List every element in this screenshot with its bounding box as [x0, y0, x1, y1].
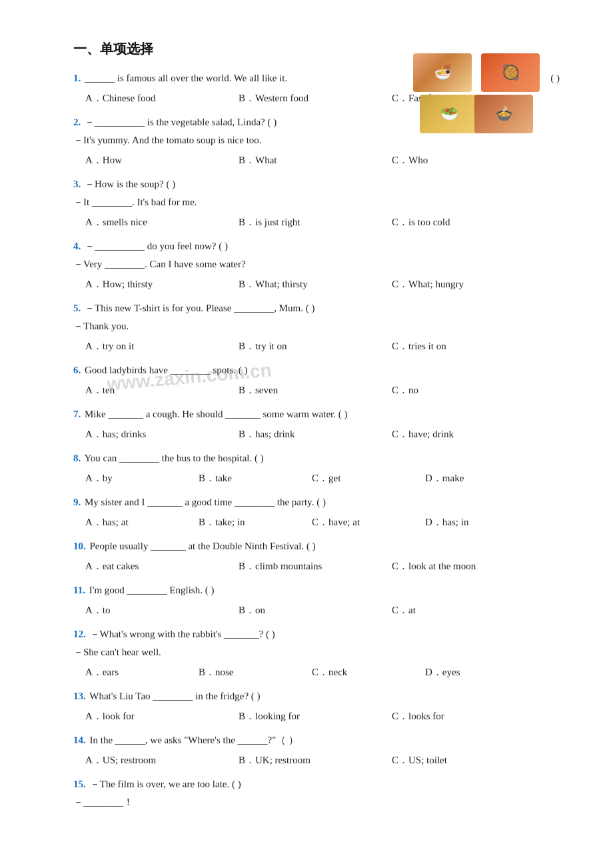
options-row: A．US; restroomB．UK; restroomC．US; toilet: [73, 751, 560, 770]
question-number: 4.: [73, 241, 81, 251]
question-line: 5. －This new T-shirt is for you. Please …: [73, 300, 560, 317]
options-row: A．tenB．sevenC．no: [73, 381, 560, 400]
dialogue-line: －Very ________. Can I have some water?: [73, 255, 560, 273]
option-A: A．US; restroom: [85, 751, 232, 770]
food-image-2: 🥘: [481, 53, 540, 92]
question-15: 15. －The film is over, we are too late. …: [73, 776, 560, 811]
option-A: A．eat cakes: [85, 557, 232, 576]
option-B: B．on: [239, 601, 385, 620]
question-9: 9. My sister and I _______ a good time _…: [73, 494, 560, 531]
option-C: C．neck: [312, 663, 418, 682]
question-4: 4. －__________ do you feel now? ( )－Very…: [73, 238, 560, 293]
question-line: 15. －The film is over, we are too late. …: [73, 776, 560, 793]
option-A: A．How: [85, 151, 232, 170]
option-B: B．is just right: [239, 213, 385, 232]
food-collage: 🍜 🥘 🥗 🍲: [413, 53, 540, 133]
option-A: A．by: [85, 469, 192, 488]
option-C: C．at: [392, 601, 538, 620]
option-B: B．nose: [199, 663, 305, 682]
question-number: 12.: [73, 629, 86, 639]
question-line: 10. People usually _______ at the Double…: [73, 538, 560, 555]
option-A: A．try on it: [85, 337, 232, 356]
option-D: D．make: [425, 469, 532, 488]
question-line: 8. You can ________ the bus to the hospi…: [73, 450, 560, 467]
dialogue-line: －________！: [73, 793, 560, 811]
option-C: C．have; drink: [392, 425, 538, 444]
question-text: 4. －__________ do you feel now? ( ): [73, 238, 560, 255]
option-B: B．take: [199, 469, 305, 488]
option-C: C．get: [312, 469, 418, 488]
question-12: 12. －What's wrong with the rabbit's ____…: [73, 626, 560, 681]
question-line: 4. －__________ do you feel now? ( ): [73, 238, 560, 255]
question-line: 11. I'm good ________ English. ( ): [73, 582, 560, 599]
option-C: C．tries it on: [392, 337, 538, 356]
option-C: C．US; toilet: [392, 751, 538, 770]
options-row: A．try on itB．try it onC．tries it on: [73, 337, 560, 356]
options-row: A．look forB．looking forC．looks for: [73, 707, 560, 726]
dialogue-line: －It ________. It's bad for me.: [73, 193, 560, 211]
question-number: 14.: [73, 735, 86, 745]
dialogue-line: －Thank you.: [73, 317, 560, 335]
options-row: A．HowB．WhatC．Who: [73, 151, 560, 170]
question-number: 5.: [73, 303, 81, 313]
question-text: 8. You can ________ the bus to the hospi…: [73, 450, 560, 467]
option-A: A．ears: [85, 663, 192, 682]
options-row: A．toB．onC．at: [73, 601, 560, 620]
option-C: C．no: [392, 381, 538, 400]
question-number: 11.: [73, 585, 85, 595]
question-5: 5. －This new T-shirt is for you. Please …: [73, 300, 560, 355]
food-image-4: 🍲: [474, 95, 533, 133]
question-line: 6. Good ladybirds have ________ spots. (…: [73, 362, 560, 379]
options-row: A．eat cakesB．climb mountainsC．look at th…: [73, 557, 560, 576]
question-text: 9. My sister and I _______ a good time _…: [73, 494, 560, 511]
option-A: A．Chinese food: [85, 89, 232, 108]
question-number: 7.: [73, 409, 81, 419]
question-14: 14. In the ______, we asks "Where's the …: [73, 732, 560, 769]
question-11: 11. I'm good ________ English. ( )A．toB．…: [73, 582, 560, 619]
option-B: B．has; drink: [239, 425, 385, 444]
question-number: 13.: [73, 691, 86, 701]
option-A: A．to: [85, 601, 232, 620]
option-A: A．How; thirsty: [85, 275, 232, 294]
question-7: 7. Mike _______ a cough. He should _____…: [73, 406, 560, 443]
option-B: B．seven: [239, 381, 385, 400]
option-C: C．Who: [392, 151, 538, 170]
question-text: 13. What's Liu Tao ________ in the fridg…: [73, 688, 560, 705]
question-number: 9.: [73, 497, 81, 507]
question-10: 10. People usually _______ at the Double…: [73, 538, 560, 575]
option-B: B．UK; restroom: [239, 751, 385, 770]
option-A: A．smells nice: [85, 213, 232, 232]
answer-bracket: ( ): [537, 70, 560, 87]
question-number: 6.: [73, 365, 81, 375]
option-B: B．try it on: [239, 337, 385, 356]
food-image-1: 🍜: [413, 53, 472, 92]
option-A: A．look for: [85, 707, 232, 726]
question-text: 3. －How is the soup? ( ): [73, 176, 560, 193]
option-A: A．ten: [85, 381, 232, 400]
option-C: C．look at the moon: [392, 557, 538, 576]
question-13: 13. What's Liu Tao ________ in the fridg…: [73, 688, 560, 725]
options-row: A．smells niceB．is just rightC．is too col…: [73, 213, 560, 232]
options-row: A．earsB．noseC．neckD．eyes: [73, 663, 560, 682]
option-B: B．What: [239, 151, 385, 170]
option-C: C．looks for: [392, 707, 538, 726]
question-line: 12. －What's wrong with the rabbit's ____…: [73, 626, 560, 643]
question-number: 3.: [73, 179, 81, 189]
question-number: 10.: [73, 541, 86, 551]
question-text: 12. －What's wrong with the rabbit's ____…: [73, 626, 560, 643]
option-B: B．looking for: [239, 707, 385, 726]
option-B: B．What; thirsty: [239, 275, 385, 294]
option-A: A．has; at: [85, 513, 192, 532]
dialogue-line: －It's yummy. And the tomato soup is nice…: [73, 131, 560, 149]
options-row: A．How; thirstyB．What; thirstyC．What; hun…: [73, 275, 560, 294]
question-text: 15. －The film is over, we are too late. …: [73, 776, 560, 793]
question-8: 8. You can ________ the bus to the hospi…: [73, 450, 560, 487]
option-D: D．eyes: [425, 663, 532, 682]
option-C: C．have; at: [312, 513, 418, 532]
dialogue-line: －She can't hear well.: [73, 643, 560, 661]
question-line: 14. In the ______, we asks "Where's the …: [73, 732, 560, 749]
option-D: D．has; in: [425, 513, 532, 532]
question-text: 6. Good ladybirds have ________ spots. (…: [73, 362, 560, 379]
question-text: 7. Mike _______ a cough. He should _____…: [73, 406, 560, 423]
option-C: C．is too cold: [392, 213, 538, 232]
